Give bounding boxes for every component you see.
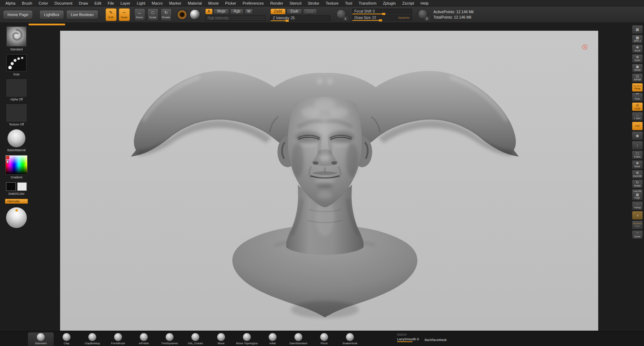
tray-brush-orb-cracks[interactable]: Orb_Cracks xyxy=(182,332,208,345)
menu-color[interactable]: Color xyxy=(35,0,51,6)
zoom3d-button[interactable]: ⊕Zoom3D xyxy=(632,170,643,179)
current-material-sphere[interactable] xyxy=(190,9,200,20)
draw-size-dynamic-tag[interactable]: Dynamic xyxy=(398,16,409,19)
light-placement-sphere[interactable] xyxy=(6,207,27,228)
menu-material[interactable]: Material xyxy=(185,0,205,6)
tray-brush-clay[interactable]: Clay xyxy=(54,332,79,345)
home-page-button[interactable]: Home Page xyxy=(3,10,33,19)
mrgb-button[interactable]: Mrgb xyxy=(214,9,229,14)
floor-button[interactable]: ▔Floor xyxy=(632,93,643,102)
draw-button[interactable]: ∼ Draw xyxy=(119,8,130,21)
ghost-button[interactable]: ◑ xyxy=(632,211,643,220)
local-button[interactable]: ⊙Local xyxy=(632,102,643,111)
menu-brush[interactable]: Brush xyxy=(19,0,35,6)
rgb-button[interactable]: Rgb xyxy=(230,9,244,14)
stroke-type-thumbnail[interactable] xyxy=(6,54,26,71)
menu-movie[interactable]: Movie xyxy=(205,0,222,6)
z-intensity-handle[interactable] xyxy=(286,20,289,22)
rotate-3d-button[interactable]: ↻Rotate xyxy=(632,179,643,188)
misc-button-1[interactable]: ◉ xyxy=(632,131,643,140)
scale-button[interactable]: □ Scale xyxy=(147,8,158,21)
tray-brush-pinch[interactable]: Pinch xyxy=(311,332,337,345)
tray-brush-damstandard[interactable]: DamStandard xyxy=(286,332,311,345)
menu-texture[interactable]: Texture xyxy=(322,0,342,6)
tray-brush-formbrush[interactable]: FormBrush xyxy=(105,332,131,345)
alternate-button[interactable]: Alternate xyxy=(5,199,28,204)
move-3d-button[interactable]: ✥Move xyxy=(632,160,643,169)
draw-size-slider[interactable]: Draw Size 22 Dynamic xyxy=(352,15,412,20)
misc-button-2[interactable]: ↕ xyxy=(632,141,643,150)
pivot-ring-icon[interactable] xyxy=(582,44,587,50)
menu-render[interactable]: Render xyxy=(267,0,286,6)
secondary-color-swatch[interactable] xyxy=(17,182,27,191)
draw-size-handle[interactable] xyxy=(379,19,382,21)
menu-help[interactable]: Help xyxy=(417,0,432,6)
tray-brush-inflat[interactable]: Inflat xyxy=(260,332,286,345)
menu-preferences[interactable]: Preferences xyxy=(239,0,267,6)
menu-zscript[interactable]: Zscript xyxy=(399,0,417,6)
menu-transform[interactable]: Transform xyxy=(355,0,380,6)
texture-thumbnail[interactable] xyxy=(6,104,26,122)
lightbox-button[interactable]: LightBox xyxy=(39,10,64,19)
zcut-button[interactable]: Zcut xyxy=(303,9,317,14)
menu-macro[interactable]: Macro xyxy=(148,0,166,6)
xpose-button[interactable]: ∷Xpose xyxy=(632,230,643,239)
menu-draw[interactable]: Draw xyxy=(75,0,91,6)
depth-knob[interactable]: D xyxy=(418,9,429,20)
frame-button[interactable]: ▢Frame xyxy=(632,150,643,159)
actual-button[interactable]: ▣Actual xyxy=(632,64,643,73)
polyframe-button[interactable]: Line Fill▦PolyF xyxy=(632,189,643,201)
rotate-button[interactable]: ↻ Rotate xyxy=(161,8,172,21)
stroke-knob[interactable]: S xyxy=(336,9,347,20)
main-color-swatch[interactable] xyxy=(6,182,16,191)
color-picker-selector-icon[interactable] xyxy=(6,156,9,159)
m-button[interactable]: M xyxy=(245,9,253,14)
menu-stencil[interactable]: Stencil xyxy=(286,0,304,6)
lightbox-divider-bar[interactable] xyxy=(29,24,65,25)
tray-brush-trimdynamic[interactable]: TrimDynamic xyxy=(157,332,182,345)
aahalf-button[interactable]: ◫AAHalf xyxy=(632,73,643,82)
alpha-thumbnail[interactable] xyxy=(6,79,26,97)
tray-brush-move[interactable]: Move xyxy=(208,332,234,345)
material-thumbnail[interactable] xyxy=(8,129,25,147)
del-uh-button[interactable]: DelUH xyxy=(397,333,419,336)
current-brush-preview-icon[interactable] xyxy=(177,9,187,20)
menu-light[interactable]: Light xyxy=(133,0,148,6)
tray-brush-claybuildup[interactable]: ClayBuildup xyxy=(79,332,105,345)
lazy-smooth-slider[interactable]: LazySmooth 0 xyxy=(397,337,419,342)
menu-layer[interactable]: Layer xyxy=(117,0,134,6)
z-intensity-slider[interactable]: Z Intensity 25 xyxy=(270,15,331,21)
menu-tool[interactable]: Tool xyxy=(342,0,355,6)
persp-button[interactable]: DynamicPersp xyxy=(632,83,643,92)
lsym-button[interactable]: ↔L.Sym xyxy=(632,112,643,121)
solo-button[interactable]: DynamicSolo xyxy=(632,221,643,229)
zadd-button[interactable]: Zadd xyxy=(270,9,286,14)
menu-file[interactable]: File xyxy=(104,0,117,6)
zoom-button[interactable]: ⊕Zoom xyxy=(632,54,643,63)
menu-marker[interactable]: Marker xyxy=(166,0,185,6)
menu-document[interactable]: Document xyxy=(51,0,75,6)
zsub-button[interactable]: Zsub xyxy=(287,9,302,14)
move-button[interactable]: ↔ Move xyxy=(134,8,145,21)
color-picker-inner-selector-icon[interactable] xyxy=(7,160,9,163)
live-boolean-button[interactable]: Live Boolean xyxy=(66,10,98,19)
transp-button[interactable]: ◌Transp xyxy=(632,201,643,210)
menu-picker[interactable]: Picker xyxy=(222,0,239,6)
rgb-intensity-slider[interactable]: Rgb Intensity xyxy=(205,15,265,21)
backface-mask-button[interactable]: BackfaceMask xyxy=(425,338,447,342)
tray-brush-snakehook[interactable]: SnakeHook xyxy=(337,332,363,345)
bpr-render-button[interactable]: ▦ xyxy=(632,25,643,34)
edit-button[interactable]: ✎ Edit xyxy=(106,8,117,21)
channel-a-button[interactable]: A xyxy=(205,9,213,14)
xyz-button[interactable]: XYZ xyxy=(632,122,643,130)
color-picker[interactable] xyxy=(5,155,28,174)
menu-alpha[interactable]: Alpha xyxy=(2,0,19,6)
focal-shift-slider[interactable]: Focal Shift 0 xyxy=(352,9,412,14)
current-brush-thumbnail[interactable] xyxy=(6,26,26,46)
tray-brush-standard[interactable]: Standard xyxy=(28,332,54,346)
tray-brush-move-topological[interactable]: Move Topologica xyxy=(234,332,260,345)
menu-edit[interactable]: Edit xyxy=(91,0,104,6)
scroll-button[interactable]: ✥Scroll xyxy=(632,44,643,53)
menu-zplugin[interactable]: Zplugin xyxy=(380,0,399,6)
spix-button[interactable]: ▩SPix 3 xyxy=(632,35,643,44)
